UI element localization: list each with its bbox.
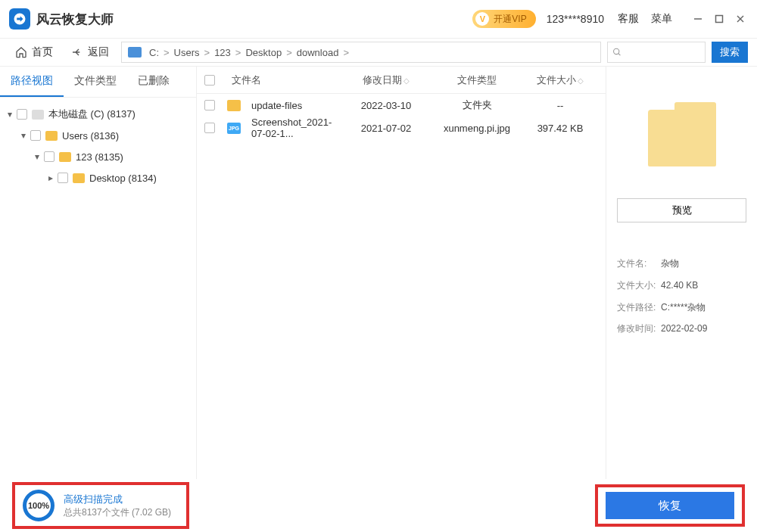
meta-path-value: C:*****杂物 <box>661 297 746 319</box>
search-input[interactable] <box>622 47 701 58</box>
support-link[interactable]: 客服 <box>618 12 639 26</box>
sort-icon: ◇ <box>403 76 410 85</box>
svg-line-5 <box>618 54 621 56</box>
breadcrumb-segment[interactable]: Desktop <box>245 47 282 58</box>
chevron-right-icon: > <box>343 47 349 58</box>
grid-header: 文件名 修改日期◇ 文件类型 文件大小◇ <box>197 67 606 94</box>
folder-icon <box>59 152 71 162</box>
maximize-button[interactable] <box>712 11 727 26</box>
tree-label: Desktop (8134) <box>89 173 157 184</box>
home-label: 首页 <box>32 45 53 59</box>
meta-size-key: 文件大小: <box>617 275 661 297</box>
chevron-right-icon: > <box>286 47 292 58</box>
tab-path-view[interactable]: 路径视图 <box>0 67 64 97</box>
disk-icon <box>32 110 44 120</box>
tab-deleted[interactable]: 已删除 <box>127 67 180 97</box>
toolbar: 首页 返回 C:>Users>123>Desktop>download> 搜索 <box>0 38 757 67</box>
back-button[interactable]: 返回 <box>65 42 115 62</box>
preview-thumbnail <box>617 77 746 198</box>
cell-name: Screenshot_2021-07-02-1... <box>247 117 341 139</box>
cell-name: update-files <box>247 100 341 111</box>
breadcrumb-segment[interactable]: C: <box>149 47 159 58</box>
tree-label: 本地磁盘 (C) (8137) <box>48 107 136 121</box>
header-date[interactable]: 修改日期◇ <box>341 73 431 87</box>
scan-summary: 总共8137个文件 (7.02 GB) <box>64 506 171 519</box>
cell-date: 2021-07-02 <box>341 123 431 134</box>
breadcrumb-segment[interactable]: Users <box>174 47 200 58</box>
folder-icon <box>73 173 85 183</box>
home-button[interactable]: 首页 <box>9 42 59 62</box>
minimize-button[interactable] <box>690 11 706 26</box>
search-button[interactable]: 搜索 <box>712 42 748 63</box>
tree-item[interactable]: ▸Desktop (8134) <box>5 167 192 188</box>
table-row[interactable]: update-files2022-03-10文件夹-- <box>197 94 606 117</box>
preview-panel: 预览 文件名:杂物 文件大小:42.40 KB 文件路径:C:*****杂物 修… <box>606 67 757 479</box>
folder-icon <box>648 110 716 166</box>
vip-label: 开通VIP <box>494 13 526 26</box>
tree-checkbox[interactable] <box>17 109 27 120</box>
back-label: 返回 <box>88 45 109 59</box>
tree-item[interactable]: ▾本地磁盘 (C) (8137) <box>5 104 192 125</box>
footer: 100% 高级扫描完成 总共8137个文件 (7.02 GB) 恢复 <box>0 479 757 532</box>
sidebar: 路径视图 文件类型 已删除 ▾本地磁盘 (C) (8137)▾Users (81… <box>0 67 197 479</box>
row-checkbox[interactable] <box>204 123 215 133</box>
caret-icon[interactable]: ▾ <box>5 109 15 120</box>
header-size[interactable]: 文件大小◇ <box>522 73 598 87</box>
tree-checkbox[interactable] <box>44 151 55 162</box>
home-icon <box>15 46 27 58</box>
tree-label: Users (8136) <box>62 130 119 142</box>
meta-name-value: 杂物 <box>661 253 746 275</box>
recover-button[interactable]: 恢复 <box>606 492 734 519</box>
titlebar: 风云恢复大师 V 开通VIP 123****8910 客服 菜单 <box>0 0 757 38</box>
tree-item[interactable]: ▾123 (8135) <box>5 146 192 167</box>
select-all-checkbox[interactable] <box>204 75 215 86</box>
caret-icon[interactable]: ▸ <box>45 173 56 183</box>
breadcrumb-segment[interactable]: download <box>297 47 339 58</box>
chevron-right-icon: > <box>204 47 210 58</box>
chevron-right-icon: > <box>164 47 170 58</box>
caret-icon[interactable]: ▾ <box>32 151 42 162</box>
cell-type: 文件夹 <box>431 98 522 112</box>
table-row[interactable]: JPGScreenshot_2021-07-02-1...2021-07-02x… <box>197 117 606 139</box>
meta-date-value: 2022-02-09 <box>661 318 746 340</box>
sort-icon: ◇ <box>578 76 584 85</box>
search-icon <box>612 47 622 58</box>
app-logo <box>9 8 30 30</box>
header-name[interactable]: 文件名 <box>227 73 341 87</box>
vip-icon: V <box>475 12 489 26</box>
tree-checkbox[interactable] <box>30 130 41 141</box>
meta-path-key: 文件路径: <box>617 297 661 319</box>
tree-checkbox[interactable] <box>58 173 68 183</box>
row-checkbox[interactable] <box>204 100 215 110</box>
breadcrumb[interactable]: C:>Users>123>Desktop>download> <box>121 42 601 63</box>
user-id[interactable]: 123****8910 <box>547 13 604 25</box>
close-button[interactable] <box>733 11 748 26</box>
scan-status-box: 100% 高级扫描完成 总共8137个文件 (7.02 GB) <box>12 482 189 529</box>
back-icon <box>71 46 83 58</box>
preview-button[interactable]: 预览 <box>617 198 746 222</box>
tab-file-type[interactable]: 文件类型 <box>64 67 127 97</box>
breadcrumb-segment[interactable]: 123 <box>214 47 231 58</box>
cell-size: -- <box>522 100 598 111</box>
search-box[interactable] <box>607 42 706 63</box>
caret-icon[interactable]: ▾ <box>18 130 29 141</box>
tree-item[interactable]: ▾Users (8136) <box>5 125 192 146</box>
tree-label: 123 (8135) <box>76 151 123 163</box>
folder-icon <box>45 131 58 141</box>
app-title: 风云恢复大师 <box>36 11 114 28</box>
sidebar-tabs: 路径视图 文件类型 已删除 <box>0 67 196 98</box>
folder-tree: ▾本地磁盘 (C) (8137)▾Users (8136)▾123 (8135)… <box>0 98 196 194</box>
header-type[interactable]: 文件类型 <box>431 73 522 87</box>
jpg-icon: JPG <box>227 123 241 134</box>
meta-date-key: 修改时间: <box>617 318 661 340</box>
scan-status: 高级扫描完成 <box>64 493 171 506</box>
file-grid: 文件名 修改日期◇ 文件类型 文件大小◇ update-files2022-03… <box>197 67 606 479</box>
svg-rect-1 <box>716 16 723 23</box>
cell-size: 397.42 KB <box>522 123 598 134</box>
vip-button[interactable]: V 开通VIP <box>472 10 535 28</box>
disk-icon <box>128 47 142 58</box>
meta-name-key: 文件名: <box>617 253 661 275</box>
folder-icon <box>227 100 241 111</box>
menu-link[interactable]: 菜单 <box>651 12 672 26</box>
progress-ring: 100% <box>23 490 55 521</box>
